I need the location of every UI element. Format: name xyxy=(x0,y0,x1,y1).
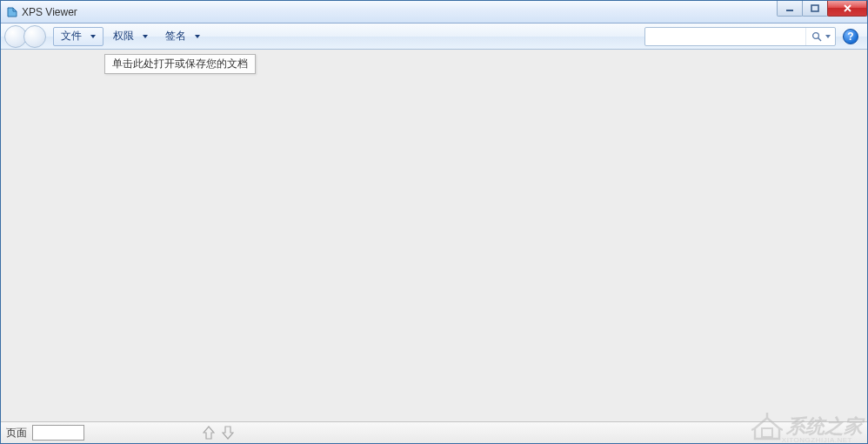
chevron-down-icon xyxy=(90,35,96,38)
title-bar: XPS Viewer xyxy=(1,1,867,24)
chevron-down-icon xyxy=(195,35,200,38)
status-bar: 页面 xyxy=(1,421,867,443)
tooltip-text: 单击此处打开或保存您的文档 xyxy=(112,57,248,70)
signature-menu[interactable]: 签名 xyxy=(157,27,208,46)
signature-menu-label: 签名 xyxy=(165,29,186,44)
page-up-button[interactable] xyxy=(203,426,215,440)
forward-button[interactable] xyxy=(23,25,46,48)
svg-rect-1 xyxy=(811,5,818,11)
app-icon xyxy=(6,6,18,18)
page-nav xyxy=(203,426,234,440)
svg-line-3 xyxy=(818,37,820,40)
file-menu[interactable]: 文件 xyxy=(53,27,103,46)
search-icon xyxy=(811,31,822,42)
svg-rect-0 xyxy=(786,10,793,11)
toolbar: 文件 权限 签名 ? xyxy=(1,24,867,50)
help-button[interactable]: ? xyxy=(843,29,858,44)
nav-history xyxy=(4,25,46,48)
minimize-button[interactable] xyxy=(777,1,803,17)
close-button[interactable] xyxy=(827,1,867,17)
page-label: 页面 xyxy=(6,426,27,441)
chevron-down-icon xyxy=(825,35,831,38)
svg-point-2 xyxy=(812,32,818,38)
permissions-menu-label: 权限 xyxy=(113,29,134,44)
main-window: XPS Viewer 文件 权限 签名 xyxy=(0,0,868,444)
file-menu-tooltip: 单击此处打开或保存您的文档 xyxy=(104,54,256,74)
page-down-button[interactable] xyxy=(222,426,234,440)
search-button[interactable] xyxy=(805,28,835,45)
help-icon: ? xyxy=(847,30,853,43)
chevron-down-icon xyxy=(143,35,148,38)
page-input[interactable] xyxy=(32,425,84,441)
search-input[interactable] xyxy=(645,28,805,45)
file-menu-label: 文件 xyxy=(61,29,82,44)
search-box xyxy=(644,27,836,46)
maximize-button[interactable] xyxy=(802,1,828,17)
window-title: XPS Viewer xyxy=(22,6,77,18)
document-area: 单击此处打开或保存您的文档 xyxy=(1,50,867,421)
permissions-menu[interactable]: 权限 xyxy=(105,27,156,46)
window-controls xyxy=(778,1,867,18)
